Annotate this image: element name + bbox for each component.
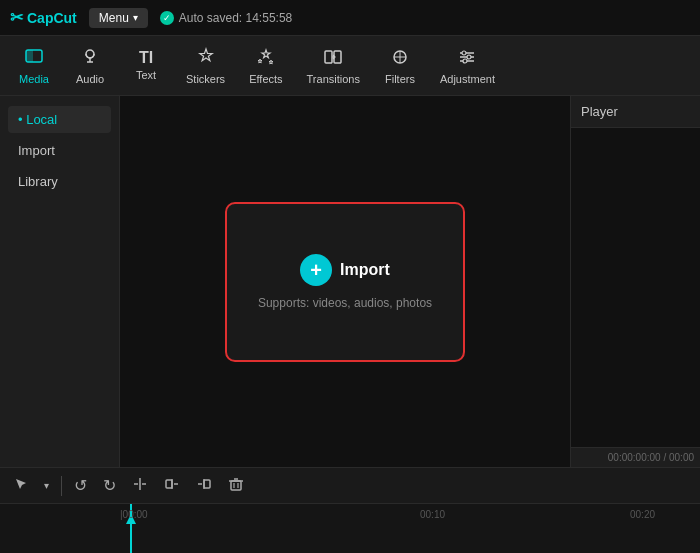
logo-text: CapCut xyxy=(27,10,77,26)
tool-effects[interactable]: Effects xyxy=(239,41,292,91)
tool-audio[interactable]: Audio xyxy=(64,41,116,91)
svg-rect-5 xyxy=(325,51,332,63)
redo-button[interactable]: ↻ xyxy=(99,474,120,497)
content-area: + Import Supports: videos, audios, photo… xyxy=(120,96,570,467)
tick-20: 00:20 xyxy=(630,509,655,520)
sidebar-item-library[interactable]: Library xyxy=(8,168,111,195)
tool-stickers[interactable]: Stickers xyxy=(176,41,235,91)
tick-0: |00:00 xyxy=(120,509,148,520)
import-plus-icon: + xyxy=(300,254,332,286)
redo-icon: ↻ xyxy=(103,476,116,495)
svg-point-11 xyxy=(462,51,466,55)
trim-right-icon xyxy=(196,476,212,496)
player-panel: Player 00:00:00:00 / 00:00 xyxy=(570,96,700,467)
effects-icon xyxy=(256,47,276,70)
auto-saved-status: ✓ Auto saved: 14:55:58 xyxy=(160,11,292,25)
sidebar: • Local Import Library xyxy=(0,96,120,467)
chevron-down-icon: ▾ xyxy=(44,480,49,491)
bottom-toolbar: ▾ ↺ ↻ xyxy=(0,467,700,503)
cursor-tool-button[interactable] xyxy=(10,475,32,497)
tool-adjustment[interactable]: Adjustment xyxy=(430,41,505,91)
svg-point-12 xyxy=(467,55,471,59)
auto-saved-icon: ✓ xyxy=(160,11,174,25)
svg-rect-20 xyxy=(204,480,210,488)
trim-right-button[interactable] xyxy=(192,474,216,498)
timeline[interactable]: |00:00 00:10 00:20 xyxy=(0,503,700,553)
svg-rect-1 xyxy=(26,50,33,62)
import-label: Import xyxy=(340,261,390,279)
tool-transitions[interactable]: Transitions xyxy=(297,41,370,91)
tool-filters[interactable]: Filters xyxy=(374,41,426,91)
import-row: + Import xyxy=(300,254,390,286)
undo-button[interactable]: ↺ xyxy=(70,474,91,497)
sidebar-item-import[interactable]: Import xyxy=(8,137,111,164)
stickers-icon xyxy=(196,47,216,70)
import-sublabel: Supports: videos, audios, photos xyxy=(258,296,432,310)
tick-10: 00:10 xyxy=(420,509,445,520)
media-icon xyxy=(24,47,44,70)
delete-icon xyxy=(228,476,244,496)
svg-rect-23 xyxy=(231,481,241,490)
svg-rect-17 xyxy=(166,480,172,488)
delete-button[interactable] xyxy=(224,474,248,498)
toolbar-divider xyxy=(61,476,62,496)
title-bar: ✂ CapCut Menu ▾ ✓ Auto saved: 14:55:58 xyxy=(0,0,700,36)
sidebar-item-local[interactable]: • Local xyxy=(8,106,111,133)
cursor-chevron-button[interactable]: ▾ xyxy=(40,478,53,493)
cursor-icon xyxy=(14,477,28,495)
text-icon: TI xyxy=(139,50,153,66)
player-title: Player xyxy=(571,96,700,128)
tool-media[interactable]: Media xyxy=(8,41,60,91)
trim-left-icon xyxy=(164,476,180,496)
player-preview xyxy=(571,128,700,447)
menu-button[interactable]: Menu ▾ xyxy=(89,8,148,28)
split-icon xyxy=(132,476,148,496)
tool-text[interactable]: TI Text xyxy=(120,44,172,87)
split-button[interactable] xyxy=(128,474,152,498)
undo-icon: ↺ xyxy=(74,476,87,495)
app-logo: ✂ CapCut xyxy=(10,8,77,27)
logo-icon: ✂ xyxy=(10,8,23,27)
main-area: • Local Import Library + Import Supports… xyxy=(0,96,700,467)
audio-icon xyxy=(80,47,100,70)
svg-point-13 xyxy=(463,59,467,63)
adjustment-icon xyxy=(457,47,477,70)
toolbar: Media Audio TI Text Stickers xyxy=(0,36,700,96)
import-box[interactable]: + Import Supports: videos, audios, photo… xyxy=(225,202,465,362)
transitions-icon xyxy=(323,47,343,70)
filters-icon xyxy=(390,47,410,70)
player-timecode: 00:00:00:00 / 00:00 xyxy=(571,447,700,467)
trim-left-button[interactable] xyxy=(160,474,184,498)
